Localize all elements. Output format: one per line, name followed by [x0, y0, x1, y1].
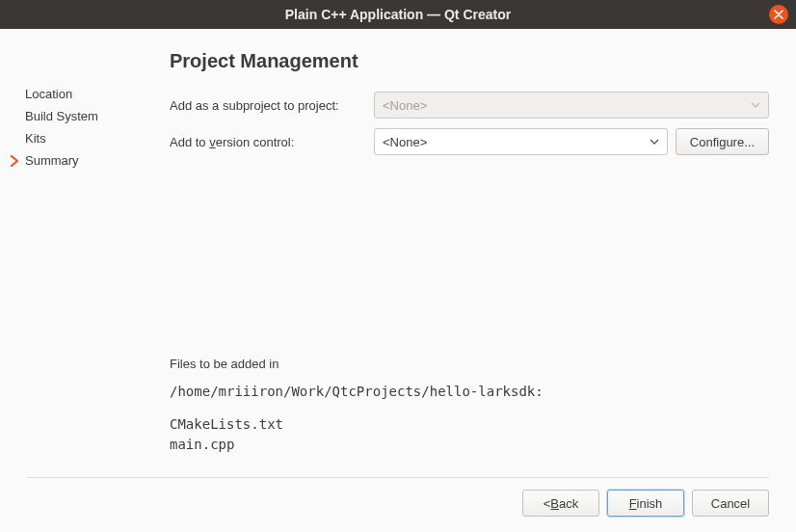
configure-button[interactable]: Configure...	[676, 128, 769, 155]
cancel-button[interactable]: Cancel	[692, 490, 769, 517]
sidebar-item-label: Build System	[25, 109, 98, 123]
files-heading: Files to be added in	[170, 356, 769, 374]
caret-down-icon	[751, 102, 760, 108]
main: Project Management Add as a subproject t…	[154, 39, 796, 464]
vcs-select[interactable]: <None>	[374, 128, 668, 155]
sidebar-item-kits: Kits	[25, 127, 145, 149]
close-button[interactable]	[769, 5, 788, 24]
back-button[interactable]: < Back	[522, 490, 599, 517]
sidebar-item-build-system: Build System	[25, 105, 145, 127]
subproject-label: Add as a subproject to project:	[170, 98, 366, 113]
sidebar-item-label: Kits	[25, 131, 46, 146]
spacer	[170, 165, 769, 344]
subproject-value: <None>	[383, 98, 427, 113]
sidebar-item-location: Location	[25, 83, 145, 105]
window-title: Plain C++ Application — Qt Creator	[285, 7, 511, 22]
sidebar-item-label: Location	[25, 87, 72, 101]
vcs-value: <None>	[383, 135, 427, 149]
files-block: Files to be added in /home/mriiiron/Work…	[170, 356, 769, 454]
row-subproject: Add as a subproject to project: <None>	[170, 92, 769, 119]
titlebar: Plain C++ Application — Qt Creator	[0, 0, 796, 29]
sidebar-item-label: Summary	[25, 153, 79, 168]
sidebar-item-summary: Summary	[25, 149, 145, 172]
button-bar: < Back Finish Cancel	[0, 478, 796, 532]
finish-button[interactable]: Finish	[607, 490, 684, 517]
files-path: /home/mriiiron/Work/QtcProjects/hello-la…	[170, 382, 769, 401]
row-vcs: Add to version control: <None> Configure…	[170, 128, 769, 155]
wizard-window: Plain C++ Application — Qt Creator Locat…	[0, 0, 796, 532]
close-icon	[774, 10, 783, 19]
body: Location Build System Kits Summary Proje…	[0, 29, 796, 532]
subproject-select: <None>	[374, 92, 769, 119]
content-area: Location Build System Kits Summary Proje…	[0, 29, 796, 464]
sidebar: Location Build System Kits Summary	[0, 39, 154, 464]
caret-down-icon	[650, 139, 659, 145]
vcs-label: Add to version control:	[170, 135, 366, 149]
chevron-right-icon	[8, 155, 21, 167]
file-item: main.cpp	[170, 435, 769, 454]
file-item: CMakeLists.txt	[170, 414, 769, 434]
page-title: Project Management	[170, 50, 769, 72]
